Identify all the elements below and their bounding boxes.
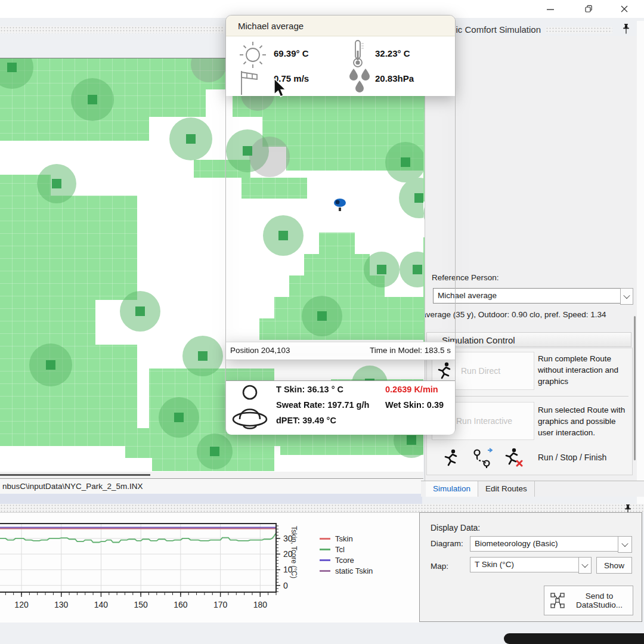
tab-edit-routes[interactable]: Edit Routes (478, 481, 535, 497)
run-icon[interactable] (444, 449, 459, 467)
map-label: Map: (431, 562, 448, 571)
legend-swatch (320, 549, 330, 550)
svg-text:180: 180 (253, 600, 268, 609)
legend-item: Tskin (320, 533, 373, 544)
video-progress-bar (504, 633, 644, 644)
air-temperature-value: 69.39° C (274, 48, 309, 58)
diagram-value: Biometeorology (Basic) (475, 539, 558, 548)
diagram-select[interactable]: Biometeorology (Basic) (470, 536, 618, 552)
humidity-drops-icon (348, 67, 371, 96)
run-interactive-description: Run selected Route with graphics and pos… (538, 404, 632, 438)
map-value: T Skin (°C) (475, 560, 514, 569)
close-button[interactable] (615, 4, 633, 14)
svg-text:120: 120 (14, 600, 29, 609)
left-panel-grip[interactable] (0, 26, 224, 33)
reference-person-select[interactable]: Michael average (433, 288, 624, 304)
popup-position-bar: Position 204,103 Time in Model: 183.5 s (226, 342, 455, 360)
person-icon (232, 385, 271, 432)
right-dock-header: Dynamic Comfort Simulation (428, 24, 642, 36)
t-skin-value: T Skin: 36.13 ° C (276, 385, 343, 394)
biomet-chart-panel: 1201301401501601701800102030 Tskin, Tcor… (0, 512, 419, 623)
map-select[interactable]: T Skin (°C) (470, 557, 581, 572)
run-direct-label: Run Direct (461, 366, 500, 376)
diagram-dropdown-button[interactable] (618, 536, 632, 553)
route-icon[interactable] (472, 447, 493, 468)
map-hscroll-thumb[interactable] (0, 474, 150, 476)
datastudio-icon (549, 592, 567, 609)
thermometer-icon (350, 39, 366, 69)
status-strip (0, 494, 422, 504)
run-controls-row: Run / Stop / Finish (444, 447, 623, 470)
biomet-chart: 1201301401501601701800102030 (0, 522, 298, 621)
file-path-statusbar: nbusC\inputData\NYC_Park_2_5m.INX (0, 479, 423, 494)
tab-simulation[interactable]: Simulation (426, 481, 478, 497)
simulation-panel: Reference Person: Michael average Michae… (425, 36, 637, 482)
pin-icon[interactable] (622, 23, 630, 35)
legend-swatch (320, 538, 330, 540)
legend-item: Tcl (320, 544, 373, 555)
bottom-tabs: Simulation Edit Routes (421, 481, 644, 497)
heating-rate-value: 0.2639 K/min (385, 385, 438, 394)
svg-text:0: 0 (283, 581, 288, 590)
send-button-label: Send to DataStudio... (571, 592, 628, 609)
popup-title: Michael average (238, 21, 304, 31)
svg-text:130: 130 (54, 600, 69, 609)
windsock-icon (237, 67, 267, 96)
legend-label: static Tskin (335, 566, 373, 575)
legend-swatch (320, 570, 330, 572)
time-in-model-value: Time in Model: 183.5 s (370, 342, 451, 359)
legend-label: Tskin (335, 534, 353, 543)
legend-label: Tcore (335, 556, 354, 565)
send-to-datastudio-button[interactable]: Send to DataStudio... (544, 586, 633, 615)
minimize-icon (546, 5, 555, 13)
run-interactive-label: Run Interactive (456, 416, 512, 426)
chevron-down-icon (623, 292, 630, 299)
popup-titlebar[interactable]: Michael average (226, 16, 455, 36)
surface-temperature-value: 32.23° C (375, 48, 410, 58)
right-dock-grip[interactable] (546, 27, 612, 33)
run-direct-description: Run complete Route without interaction a… (538, 353, 632, 387)
file-path-text: nbusC\inputData\NYC_Park_2_5m.INX (2, 482, 143, 491)
map-horizontal-scrollbar[interactable] (0, 472, 423, 479)
person-monitor-popup: Michael average 69.39° C 32.23° C (225, 15, 456, 435)
legend-swatch (320, 559, 330, 561)
mouse-cursor (274, 78, 289, 98)
sun-icon (239, 41, 267, 69)
popup-weather-stats: 69.39° C 32.23° C 0.75 m/s 20.83hPa (226, 36, 455, 96)
show-button[interactable]: Show (596, 557, 632, 574)
chart-y-axis-label: Tskin, Tcore (°C) (290, 526, 298, 578)
display-data-title: Display Data: (431, 523, 480, 532)
wet-skin-value: Wet Skin: 0.39 (385, 400, 444, 410)
divider (432, 396, 628, 397)
simulation-control-header: Simulation Control (426, 332, 631, 347)
position-value: Position 204,103 (230, 342, 290, 359)
display-data-panel: Display Data: Diagram: Biometeorology (B… (419, 512, 642, 622)
sweat-rate-value: Sweat Rate: 197.71 g/h (276, 400, 369, 410)
restore-button[interactable] (580, 4, 597, 14)
svg-text:140: 140 (94, 600, 109, 609)
window-right-margin (637, 21, 644, 504)
chevron-down-icon (621, 540, 628, 547)
legend-item: Tcore (320, 555, 373, 565)
map-dropdown-button[interactable] (578, 557, 592, 574)
svg-text:160: 160 (174, 600, 188, 609)
close-icon (620, 5, 628, 13)
stop-finish-icon[interactable] (504, 448, 524, 467)
dpet-value: dPET: 39.49 °C (276, 416, 336, 425)
diagram-label: Diagram: (431, 539, 463, 548)
panel-vertical-scrollbar[interactable] (634, 316, 636, 460)
svg-text:170: 170 (213, 600, 228, 609)
run-stop-finish-label: Run / Stop / Finish (538, 453, 606, 462)
chart-legend: TskinTclTcorestatic Tskin (320, 533, 373, 576)
vapor-pressure-value: 20.83hPa (375, 73, 414, 83)
minimize-button[interactable] (541, 4, 559, 14)
bottom-panel-grip[interactable] (0, 504, 644, 512)
legend-label: Tcl (335, 545, 345, 554)
restore-icon (584, 5, 593, 13)
svg-text:150: 150 (134, 600, 148, 609)
popup-body-stats: T Skin: 36.13 ° C 0.2639 K/min Sweat Rat… (226, 380, 455, 435)
simulation-control-group: Run Direct Run complete Route without in… (426, 348, 633, 475)
reference-person-dropdown-button[interactable] (620, 288, 633, 305)
legend-item: static Tskin (320, 565, 373, 576)
chevron-down-icon (581, 561, 588, 568)
